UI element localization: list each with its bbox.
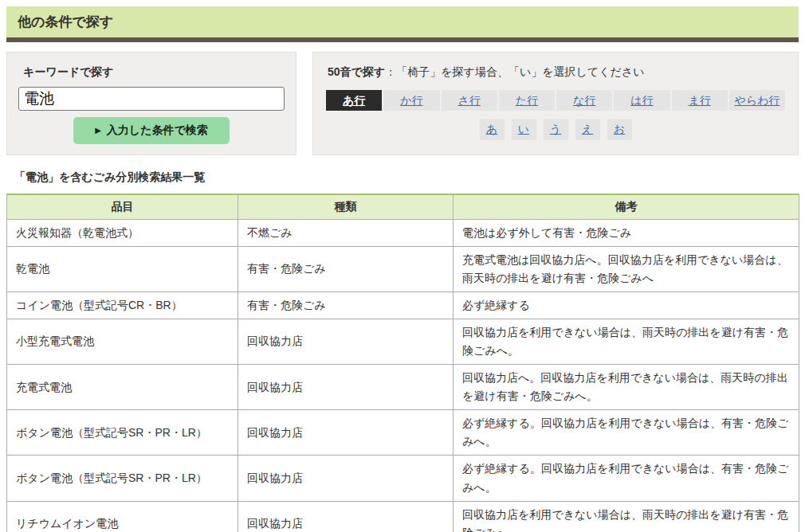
keyword-input[interactable]	[18, 87, 285, 111]
item-cell: 火災報知器（乾電池式）	[7, 219, 238, 246]
search-panels: キーワードで探す ▶入力した条件で検索 50音で探す：「椅子」を探す場合、「い」…	[6, 52, 799, 155]
keyword-search-button-label: 入力した条件で検索	[107, 123, 208, 136]
play-arrow-icon: ▶	[95, 126, 101, 135]
results-title: 「電池」を含むごみ分別検索結果一覧	[14, 170, 799, 185]
keyword-search-label: キーワードで探す	[23, 65, 285, 80]
type-cell: 有害・危険ごみ	[238, 291, 454, 319]
note-cell: 回収協力店へ。回収協力店を利用できない場合は、雨天時の排出を避け有害・危険ごみへ…	[454, 365, 799, 410]
kana-link-a[interactable]: あ	[480, 119, 505, 140]
keyword-search-panel: キーワードで探す ▶入力した条件で検索	[6, 52, 296, 155]
table-row: 乾電池 有害・危険ごみ 充電式電池は回収協力店へ。回収協力店を利用できない場合は…	[7, 246, 799, 291]
kana-search-label: 50音で探す	[328, 65, 385, 78]
table-row: コイン電池（型式記号CR・BR） 有害・危険ごみ 必ず絶縁する	[7, 291, 799, 319]
table-row: ボタン電池（型式記号SR・PR・LR） 回収協力店 必ず絶縁する。回収協力店を利…	[7, 410, 799, 456]
kana-tab-sa-row[interactable]: さ行	[442, 90, 497, 111]
column-header-type: 種類	[238, 194, 454, 219]
kana-char-links: あ い う え お	[326, 119, 785, 140]
type-cell: 回収協力店	[238, 410, 454, 456]
item-cell: 乾電池	[7, 246, 238, 291]
table-row: 小型充電式電池 回収協力店 回収協力店を利用できない場合は、雨天時の排出を避け有…	[7, 319, 799, 364]
kana-row-tabs: あ行 か行 さ行 た行 な行 は行 ま行 やらわ行	[326, 90, 785, 111]
item-cell: コイン電池（型式記号CR・BR）	[7, 291, 238, 319]
column-header-note: 備考	[454, 194, 799, 219]
table-header-row: 品目 種類 備考	[7, 194, 799, 219]
note-cell: 必ず絶縁する。回収協力店を利用できない場合は、有害・危険ごみへ。	[454, 410, 799, 456]
results-table: 品目 種類 備考 火災報知器（乾電池式） 不燃ごみ 電池は必ず外して有害・危険ご…	[6, 194, 799, 532]
type-cell: 回収協力店	[238, 456, 454, 501]
item-cell: リチウムイオン電池	[7, 501, 238, 532]
kana-tab-ka-row[interactable]: か行	[383, 90, 439, 111]
table-row: ボタン電池（型式記号SR・PR・LR） 回収協力店 必ず絶縁する。回収協力店を利…	[7, 456, 799, 501]
type-cell: 不燃ごみ	[238, 219, 454, 246]
kana-instruction: 50音で探す：「椅子」を探す場合、「い」を選択してください	[328, 65, 785, 80]
type-cell: 回収協力店	[238, 365, 454, 410]
table-row: 火災報知器（乾電池式） 不燃ごみ 電池は必ず外して有害・危険ごみ	[7, 219, 799, 246]
kana-link-i[interactable]: い	[512, 119, 536, 140]
note-cell: 必ず絶縁する	[454, 291, 799, 319]
type-cell: 回収協力店	[238, 501, 454, 532]
kana-instruction-text: ：「椅子」を探す場合、「い」を選択してください	[385, 65, 644, 78]
kana-link-e[interactable]: え	[575, 119, 600, 140]
kana-tab-ta-row[interactable]: た行	[499, 90, 555, 111]
kana-link-o[interactable]: お	[607, 119, 632, 140]
item-cell: ボタン電池（型式記号SR・PR・LR）	[7, 456, 238, 501]
note-cell: 回収協力店を利用できない場合は、雨天時の排出を避け有害・危険ごみへ。	[454, 319, 799, 364]
note-cell: 電池は必ず外して有害・危険ごみ	[454, 219, 799, 246]
note-cell: 回収協力店を利用できない場合は、雨天時の排出を避け有害・危険ごみへ	[454, 501, 799, 532]
kana-tab-a-row[interactable]: あ行	[326, 90, 382, 111]
note-cell: 充電式電池は回収協力店へ。回収協力店を利用できない場合は、雨天時の排出を避け有害…	[454, 246, 799, 291]
kana-tab-ha-row[interactable]: は行	[614, 90, 670, 111]
note-cell: 必ず絶縁する。回収協力店を利用できない場合は、有害・危険ごみへ。	[454, 456, 799, 501]
keyword-search-button[interactable]: ▶入力した条件で検索	[73, 117, 230, 144]
type-cell: 回収協力店	[238, 319, 454, 364]
type-cell: 有害・危険ごみ	[238, 246, 454, 291]
kana-search-panel: 50音で探す：「椅子」を探す場合、「い」を選択してください あ行 か行 さ行 た…	[312, 52, 799, 155]
item-cell: 充電式電池	[7, 365, 238, 410]
keyword-button-wrap: ▶入力した条件で検索	[18, 117, 285, 144]
kana-link-u[interactable]: う	[544, 119, 568, 140]
item-cell: 小型充電式電池	[7, 319, 238, 364]
column-header-item: 品目	[7, 194, 238, 219]
table-row: リチウムイオン電池 回収協力店 回収協力店を利用できない場合は、雨天時の排出を避…	[7, 501, 799, 532]
kana-tab-na-row[interactable]: な行	[556, 90, 612, 111]
kana-tab-ma-row[interactable]: ま行	[672, 90, 728, 111]
item-cell: ボタン電池（型式記号SR・PR・LR）	[7, 410, 238, 456]
kana-tab-yarawa-row[interactable]: やらわ行	[729, 90, 785, 111]
page-title: 他の条件で探す	[6, 6, 799, 42]
table-row: 充電式電池 回収協力店 回収協力店へ。回収協力店を利用できない場合は、雨天時の排…	[7, 365, 799, 410]
